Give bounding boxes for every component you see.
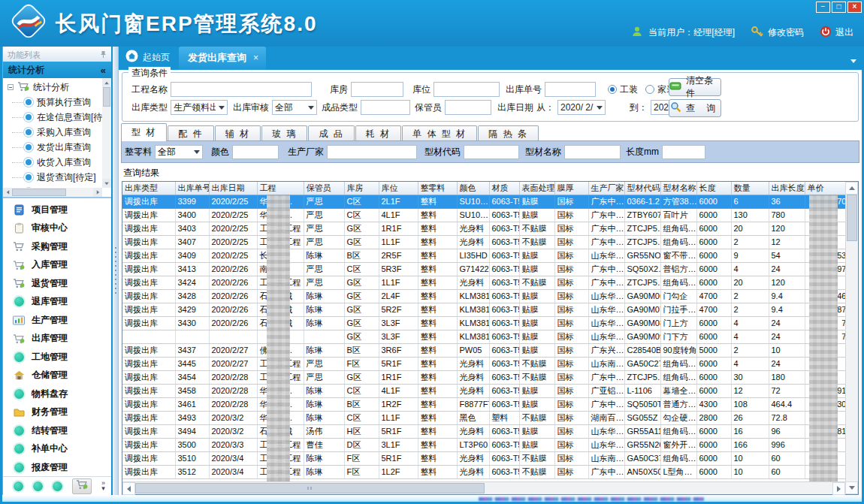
table-row[interactable]: 调拨出库34132020/2/26南 …严思C区5R3F整料G714226063… bbox=[122, 262, 845, 276]
scroll-left-icon[interactable] bbox=[122, 482, 135, 495]
table-row[interactable]: 调拨出库35102020/3/4工 共工程陈琳F区5R1F整料光身料6063-T… bbox=[122, 451, 845, 465]
scroll-right-icon[interactable] bbox=[93, 188, 102, 197]
out-audit-select[interactable]: 全部 bbox=[272, 100, 317, 115]
table-horizontal-scrollbar[interactable] bbox=[122, 481, 845, 494]
tree-item[interactable]: 收货入库查询 bbox=[3, 155, 102, 170]
close-button[interactable]: × bbox=[847, 2, 862, 13]
sidebar-item-项目管理[interactable]: 项目管理 bbox=[3, 201, 111, 219]
material-tab[interactable]: 型 材 bbox=[121, 123, 167, 141]
warehouse-input[interactable] bbox=[351, 82, 403, 97]
sidebar-item-结转管理[interactable]: 结转管理 bbox=[3, 421, 111, 440]
collapse-icon[interactable]: « bbox=[101, 65, 106, 76]
column-header-manufacturer[interactable]: 生产厂家 bbox=[588, 182, 624, 195]
table-row[interactable]: 调拨出库34282020/2/26石 城陈琳G区2L4F整料KLM3817606… bbox=[122, 289, 845, 303]
tree-item[interactable]: 预算执行查询 bbox=[3, 95, 102, 110]
product-type-input[interactable] bbox=[361, 100, 410, 115]
table-row[interactable]: 调拨出库34372020/2/27佛 …陈琳B区3R6F整料PW056063-T… bbox=[122, 343, 845, 357]
table-row[interactable]: 调拨出库34302020/2/26石 城陈琳G区3L3F整料KLM3817606… bbox=[122, 316, 845, 330]
material-tab[interactable]: 配 件 bbox=[168, 125, 213, 141]
tab-overflow-icon[interactable] bbox=[850, 59, 856, 63]
table-row[interactable]: 调拨出库35002020/3/3工 共工程曹佳D区3L1F整料LT3P60606… bbox=[122, 438, 845, 451]
column-header-profile_code[interactable]: 型材代码 bbox=[624, 182, 660, 195]
vscroll-thumb[interactable] bbox=[847, 195, 857, 241]
logout-link[interactable]: 退出 bbox=[820, 26, 853, 40]
module-dot-icon[interactable] bbox=[53, 481, 62, 491]
radio-gongzhuang[interactable]: 工装 bbox=[608, 83, 638, 96]
tree-vscroll-thumb[interactable] bbox=[103, 87, 110, 107]
tree-root-statistics[interactable]: 统计分析 bbox=[3, 80, 102, 95]
profile-name-input[interactable] bbox=[564, 145, 621, 159]
scroll-up-icon[interactable] bbox=[845, 182, 858, 195]
table-row[interactable]: 调拨出库34542020/2/28工 共工程严思G区1R1F整料光身料6063-… bbox=[122, 370, 845, 384]
tree-item[interactable]: 采购入库查询 bbox=[3, 125, 102, 140]
column-header-keeper[interactable]: 保管员 bbox=[304, 182, 344, 195]
maximize-button[interactable]: □ bbox=[832, 2, 846, 13]
module-dot-icon[interactable] bbox=[14, 481, 23, 491]
minimize-button[interactable]: − bbox=[816, 2, 830, 13]
hscroll-thumb[interactable] bbox=[135, 483, 485, 493]
pin-icon[interactable] bbox=[100, 50, 107, 60]
color-input[interactable] bbox=[232, 145, 279, 159]
date-from-picker[interactable]: 2020/ 2/16 bbox=[557, 100, 606, 115]
scroll-down-icon[interactable] bbox=[845, 481, 858, 494]
sidebar-item-物料盘存[interactable]: 物料盘存 bbox=[3, 385, 111, 403]
scroll-down-icon[interactable] bbox=[102, 179, 111, 188]
column-header-surface[interactable]: 表面处理 bbox=[519, 182, 554, 195]
table-row[interactable]: 调拨出库34242020/2/26工 共工程严思G区1L1F整料光身料6063-… bbox=[122, 276, 845, 289]
manufacturer-input[interactable] bbox=[327, 145, 417, 159]
sidebar-section-statistics[interactable]: 统计分析 « bbox=[3, 62, 111, 78]
keeper-input[interactable] bbox=[445, 100, 491, 115]
sidebar-item-退货管理[interactable]: 退货管理 bbox=[3, 274, 111, 293]
column-header-out_type[interactable]: 出库类型 bbox=[122, 182, 175, 195]
sidebar-item-退库管理[interactable]: 退库管理 bbox=[3, 293, 111, 312]
column-header-unit_price[interactable]: 单价 bbox=[805, 182, 845, 195]
sidebar-item-工地管理[interactable]: 工地管理 bbox=[3, 348, 111, 367]
column-header-color[interactable]: 颜色 bbox=[457, 182, 489, 195]
whole-part-select[interactable]: 全部 bbox=[155, 145, 203, 159]
tab-shipment-outbound-query[interactable]: 发货出库查询 × bbox=[179, 47, 266, 70]
material-tab[interactable]: 辅 材 bbox=[215, 125, 261, 141]
material-tab[interactable]: 隔 热 条 bbox=[478, 125, 539, 141]
sidebar-item-报废管理[interactable]: 报废管理 bbox=[3, 458, 111, 476]
location-input[interactable] bbox=[434, 82, 500, 97]
sidebar-splitter[interactable] bbox=[113, 47, 119, 495]
material-tab[interactable]: 单 体 型 材 bbox=[402, 125, 477, 141]
order-no-input[interactable] bbox=[545, 82, 596, 97]
tree-expander-icon[interactable] bbox=[8, 84, 14, 90]
tree-horizontal-scrollbar[interactable] bbox=[3, 188, 102, 197]
module-dot-icon[interactable] bbox=[33, 481, 43, 491]
sidebar-overflow-button[interactable]: »▾ bbox=[101, 481, 105, 491]
sidebar-item-财务管理[interactable]: 财务管理 bbox=[3, 403, 111, 422]
column-header-out_date[interactable]: 出库日期 bbox=[209, 182, 257, 195]
material-tab[interactable]: 成 品 bbox=[308, 125, 354, 141]
table-row[interactable]: 调拨出库34292020/2/26石 城陈琳G区5R2F整料KLM3817606… bbox=[122, 303, 845, 316]
column-header-out_length[interactable]: 出库长度 bbox=[769, 182, 805, 195]
column-header-whole_part[interactable]: 整零料 bbox=[418, 182, 457, 195]
material-tab[interactable]: 玻 璃 bbox=[261, 125, 307, 141]
scroll-left-icon[interactable] bbox=[3, 188, 12, 197]
table-row[interactable]: 调拨出库33992020/2/25华 原…严思C区2L1F整料SU10…6063… bbox=[122, 195, 845, 208]
change-password-link[interactable]: 修改密码 bbox=[751, 26, 804, 40]
sidebar-item-入库管理[interactable]: 入库管理 bbox=[3, 256, 111, 275]
column-header-length[interactable]: 长度 bbox=[696, 182, 731, 195]
column-header-qty[interactable]: 数量 bbox=[731, 182, 769, 195]
project-name-input[interactable] bbox=[171, 82, 312, 97]
scroll-right-icon[interactable] bbox=[832, 482, 845, 495]
scroll-up-icon[interactable] bbox=[102, 78, 111, 87]
clear-conditions-button[interactable]: 清空条件 bbox=[669, 78, 721, 96]
table-row[interactable]: 调拨出库34932020/3/2华 原…陈琳C区1L1F整料黑色塑料不贴膜国标湖… bbox=[122, 411, 845, 424]
column-header-profile_name[interactable]: 型材名称 bbox=[660, 182, 696, 195]
profile-code-input[interactable] bbox=[464, 145, 519, 159]
sidebar-item-生产管理[interactable]: 生产管理 bbox=[3, 311, 111, 330]
cart-module-button[interactable] bbox=[72, 478, 92, 494]
tree-item[interactable]: 退货查询[待定] bbox=[3, 170, 102, 185]
table-row[interactable]: 调拨出库34002020/2/25华 原…严思C区4L1F整料SU10…6063… bbox=[122, 208, 845, 222]
column-header-project[interactable]: 工程 bbox=[257, 182, 304, 195]
table-row[interactable]: 调拨出库34942020/3/2石 辉城汤伟H区5R1F整料光身料6063-T5… bbox=[122, 424, 845, 438]
table-row[interactable]: 调拨出库34032020/2/25工 共工程严思G区1R1F整料光身料6063-… bbox=[122, 222, 845, 235]
out-type-select[interactable]: 生产领料出库 bbox=[171, 100, 228, 115]
table-row[interactable]: 调拨出库35122020/3/4工 共工程陈琳F区1L2F整料光身料6063-T… bbox=[122, 465, 845, 478]
column-header-order_no[interactable]: 出库单号 bbox=[175, 182, 209, 195]
sidebar-item-仓储管理[interactable]: 仓储管理 bbox=[3, 367, 111, 385]
sidebar-item-审核中心[interactable]: 审核中心 bbox=[3, 219, 111, 238]
